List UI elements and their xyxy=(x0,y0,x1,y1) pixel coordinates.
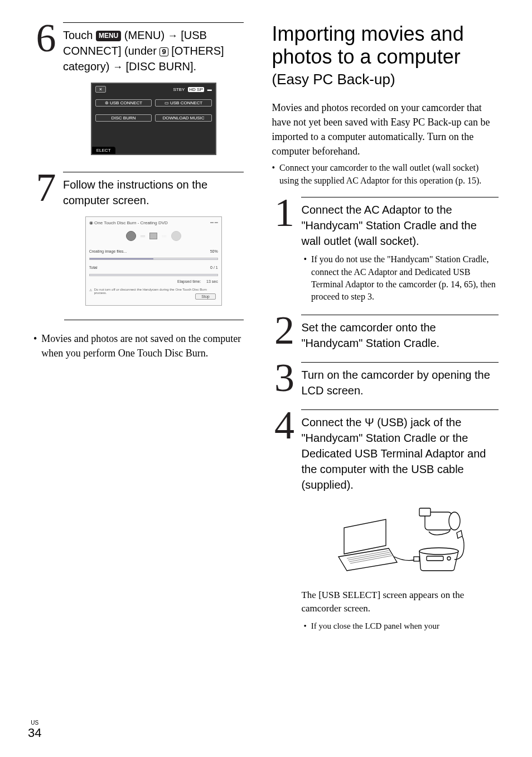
step-number: 3 xyxy=(272,362,297,398)
step-number: 1 xyxy=(272,197,297,303)
bullet-icon: • xyxy=(272,162,275,187)
bullet-icon: • xyxy=(303,253,307,303)
note-text: Movies and photos are not saved on the c… xyxy=(41,331,244,360)
step-4-content: Connect the Ψ (USB) jack of the "Handyca… xyxy=(301,409,499,632)
percent-value: 50% xyxy=(210,249,218,253)
text-part: [DISC BURN]. xyxy=(123,60,196,73)
step-2-text: Set the camcorder onto the "Handycam" St… xyxy=(301,320,499,351)
bullet-icon: • xyxy=(33,331,37,360)
progress-bar xyxy=(89,258,218,260)
step-1-sub-text: If you do not use the "Handycam" Station… xyxy=(311,253,499,303)
section-subtitle: (Easy PC Back-up) xyxy=(272,71,499,88)
hd-sp-label: HD SP xyxy=(188,87,204,92)
after-diagram-text: The [USB SELECT] screen appears on the c… xyxy=(301,589,499,616)
text-part: (MENU) xyxy=(121,29,167,41)
list-item: • Connect your camcorder to the wall out… xyxy=(272,162,499,187)
after-diagram-bullet: • If you close the LCD panel when your xyxy=(301,620,499,632)
step-1: 1 Connect the AC Adaptor to the "Handyca… xyxy=(272,197,499,303)
step-3-content: Turn on the camcorder by opening the LCD… xyxy=(301,362,499,398)
step-3-text: Turn on the camcorder by opening the LCD… xyxy=(301,367,499,398)
intro-bullet-list: • Connect your camcorder to the wall out… xyxy=(272,162,499,187)
elapsed-label: Elapsed time: xyxy=(177,279,201,283)
text-part: Touch xyxy=(63,29,96,41)
diagram-svg xyxy=(333,504,467,582)
total-label: Total xyxy=(89,266,98,269)
svg-rect-12 xyxy=(414,557,419,561)
region-label: US xyxy=(28,720,41,726)
camcorder-usb-menu-screenshot: × STBY HD SP ▬ ⊜ USB CONNECT ▭ USB CONNE… xyxy=(91,83,216,155)
total-progress-bar xyxy=(89,274,218,276)
step-6-text: Touch MENU (MENU) → [USB CONNECT] (under… xyxy=(63,27,244,74)
step-number: 4 xyxy=(272,409,297,632)
stop-button: Stop xyxy=(195,293,215,300)
elapsed-value: 13 sec xyxy=(206,279,218,283)
arrow-icon: → xyxy=(168,30,178,41)
after-diagram-bullet-text: If you close the LCD panel when your xyxy=(311,620,439,632)
step-1-content: Connect the AC Adaptor to the "Handycam"… xyxy=(301,197,499,303)
folder-icon xyxy=(149,233,157,239)
step-2: 2 Set the camcorder onto the "Handycam" … xyxy=(272,315,499,351)
section-title: Importing movies and photos to a compute… xyxy=(272,22,499,69)
dialog-title: ◉ One Touch Disc Burn - Creating DVD xyxy=(89,220,168,225)
step-7: 7 Follow the instructions on the compute… xyxy=(33,172,244,306)
step-6: 6 Touch MENU (MENU) → [USB CONNECT] (und… xyxy=(33,22,244,155)
disc-icon xyxy=(126,231,136,241)
help-close-icons: ▬ ▬ xyxy=(210,220,218,225)
step-number: 7 xyxy=(33,172,59,306)
step-7-text: Follow the instructions on the computer … xyxy=(63,177,244,208)
svg-point-9 xyxy=(419,548,458,555)
step-3: 3 Turn on the camcorder by opening the L… xyxy=(272,362,499,398)
arrow-icon: → xyxy=(113,61,123,73)
right-column: Importing movies and photos to a compute… xyxy=(272,22,499,643)
dots-icon: ::::: xyxy=(141,234,145,238)
left-notes-list: • Movies and photos are not saved on the… xyxy=(33,331,244,360)
creating-files-label: Creating image files... xyxy=(89,249,127,253)
disc-burn-button: DISC BURN xyxy=(95,114,152,122)
step-7-content: Follow the instructions on the computer … xyxy=(63,172,244,306)
dialog-title-text: One Touch Disc Burn - Creating DVD xyxy=(94,220,168,225)
step-number: 2 xyxy=(272,315,297,351)
page-footer: US 34 xyxy=(28,720,41,740)
step-1-sub-note: • If you do not use the "Handycam" Stati… xyxy=(301,253,499,303)
step-6-content: Touch MENU (MENU) → [USB CONNECT] (under… xyxy=(63,22,244,155)
step-number: 6 xyxy=(33,22,59,155)
stby-label: STBY xyxy=(173,87,185,92)
warning-icon: ⚠ xyxy=(89,288,92,292)
svg-point-7 xyxy=(449,512,460,530)
dots-icon: ::::: xyxy=(162,234,166,238)
bullet-icon: • xyxy=(303,620,306,632)
step-4: 4 Connect the Ψ (USB) jack of the "Handy… xyxy=(272,409,499,632)
svg-rect-10 xyxy=(427,556,443,561)
step-1-text: Connect the AC Adaptor to the "Handycam"… xyxy=(301,202,499,249)
svg-marker-0 xyxy=(344,519,386,554)
page-number: 34 xyxy=(28,726,41,740)
intro-bullet-text: Connect your camcorder to the wall outle… xyxy=(279,162,499,187)
total-value: 0 / 1 xyxy=(210,266,218,269)
step-2-content: Set the camcorder onto the "Handycam" St… xyxy=(301,315,499,351)
pc-disc-burn-dialog-screenshot: ◉ One Touch Disc Burn - Creating DVD ▬ ▬… xyxy=(85,216,222,306)
svg-rect-8 xyxy=(419,508,431,516)
intro-paragraph: Movies and photos recorded on your camco… xyxy=(272,100,499,158)
disc-icon xyxy=(171,231,181,241)
list-item: • Movies and photos are not saved on the… xyxy=(33,331,244,360)
category-number-icon: 9 xyxy=(159,47,168,56)
close-icon: × xyxy=(95,86,106,93)
battery-icon: ▬ xyxy=(207,87,212,92)
menu-button-label: MENU xyxy=(96,31,121,41)
select-tab-label: ELECT xyxy=(92,147,115,154)
left-column: 6 Touch MENU (MENU) → [USB CONNECT] (und… xyxy=(33,22,244,643)
text-part: Connect the xyxy=(301,416,364,428)
svg-point-11 xyxy=(447,557,451,560)
usb-connect-2-button: ▭ USB CONNECT xyxy=(155,99,212,107)
connection-diagram xyxy=(333,504,467,582)
step-4-text: Connect the Ψ (USB) jack of the "Handyca… xyxy=(301,414,499,493)
download-music-button: DOWNLOAD MUSIC xyxy=(155,114,212,122)
usb-connect-1-button: ⊜ USB CONNECT xyxy=(95,99,152,107)
section-divider xyxy=(64,320,244,320)
usb-icon: Ψ xyxy=(365,416,374,428)
